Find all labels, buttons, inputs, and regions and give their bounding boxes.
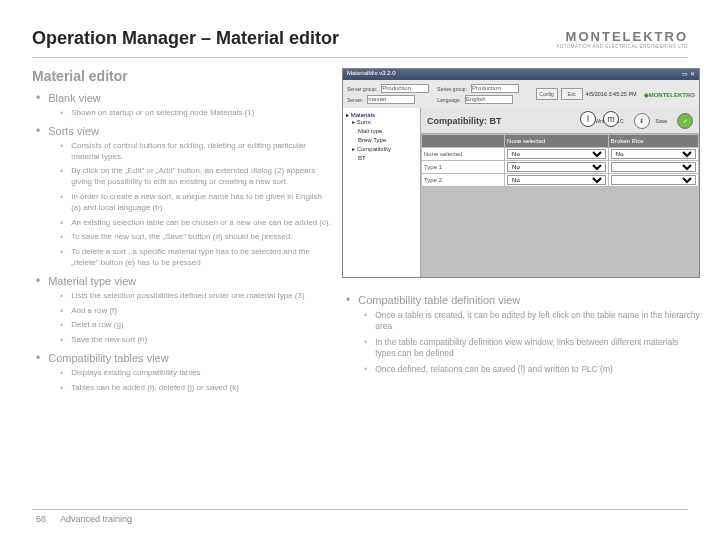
cell-select[interactable]: No <box>507 162 606 172</box>
tree-node[interactable]: BT <box>358 154 417 163</box>
footer-label: Advanced training <box>60 514 132 524</box>
list-item: Add a row (f) <box>71 306 117 317</box>
row-name: None selected <box>422 148 505 161</box>
download-icon: ⬇ <box>639 117 644 124</box>
server-label: Server: <box>347 97 363 103</box>
tree-node[interactable]: Brew Type <box>358 136 417 145</box>
group-heading: Blank view <box>48 92 101 104</box>
row-name: Type 1 <box>422 161 505 174</box>
check-icon: ✓ <box>683 117 688 124</box>
server-group-label: Server group: <box>347 86 377 92</box>
list-item: In the table compatibility definition vi… <box>375 337 700 360</box>
list-item: Displays existing compatibility tables <box>71 368 200 379</box>
callout-m: m <box>603 111 619 127</box>
col-header: None selected <box>505 135 609 148</box>
save-button[interactable]: ✓ <box>677 113 693 129</box>
list-item: Delet a row (g) <box>71 320 123 331</box>
config-button[interactable]: Config <box>536 88 558 100</box>
list-item: To delete a sort , a specific material t… <box>71 247 332 269</box>
group-heading: Compatibility tables view <box>48 352 168 364</box>
window-titlebar: MaterialMix v3.2.0 ▭ ✕ <box>343 69 699 80</box>
group-heading: Sorts view <box>48 125 99 137</box>
cell-select[interactable] <box>611 175 696 185</box>
right-column: MaterialMix v3.2.0 ▭ ✕ Server group:Prod… <box>342 68 700 498</box>
write-plc-button[interactable]: ⬇ <box>634 113 650 129</box>
right-heading: Compatibility table definition view <box>358 294 520 306</box>
top-toolbar: Server group:Production Server:master Se… <box>343 80 699 108</box>
list-item: In order to create a new sort, a unique … <box>71 192 332 214</box>
compat-heading: Compatibility: BT <box>427 116 502 126</box>
app-window: MaterialMix v3.2.0 ▭ ✕ Server group:Prod… <box>342 68 700 278</box>
empty-area <box>421 187 699 277</box>
tree-node[interactable]: ▸ Sorts <box>352 118 417 127</box>
compat-table: None selectedBroken Rice None selectedNo… <box>421 134 699 187</box>
list-item: Shown on startup or on selecting node Ma… <box>71 108 254 119</box>
cell-select[interactable] <box>611 162 696 172</box>
language-label: Language: <box>437 97 461 103</box>
list-item: Save the new sort (h) <box>71 335 147 346</box>
list-item: To save the new sort, the „Save" button … <box>71 232 292 243</box>
server-group-combo[interactable]: Production <box>381 84 429 93</box>
datetime-label: 4/5/2016 3:45:25 PM <box>586 91 637 97</box>
list-item: Tables can be added (i), deleted (j) or … <box>71 383 239 394</box>
slide-title: Operation Manager – Material editor <box>32 28 339 49</box>
language-combo[interactable]: English <box>465 95 513 104</box>
cell-select[interactable]: No <box>611 149 696 159</box>
page-number: 68 <box>36 514 46 524</box>
footer-divider <box>32 509 688 510</box>
window-controls-icon[interactable]: ▭ ✕ <box>682 70 695 79</box>
mini-logo: ◆MONTELEKTRO <box>644 91 695 98</box>
group-heading: Material type view <box>48 275 136 287</box>
section-heading: Material editor <box>32 68 332 84</box>
col-header: Broken Rice <box>608 135 698 148</box>
logo-subtext: AUTOMATION AND ELECTRICAL ENGINEERING LT… <box>556 44 688 49</box>
callout-l: l <box>580 111 596 127</box>
cell-select[interactable]: No <box>507 149 606 159</box>
tree-node[interactable]: Malt type <box>358 127 417 136</box>
series-group-label: Series group: <box>437 86 467 92</box>
list-item: By click on the „Edit" or „Add" button, … <box>71 166 332 188</box>
cell-select[interactable]: No <box>507 175 606 185</box>
list-item: Consists of control buttons for adding, … <box>71 141 332 163</box>
tree-root[interactable]: ▸ Materials <box>346 111 417 118</box>
brand-logo: MONTELEKTRO AUTOMATION AND ELECTRICAL EN… <box>556 29 688 49</box>
left-column: Material editor Blank view Shown on star… <box>32 68 332 498</box>
window-title: MaterialMix v3.2.0 <box>347 70 396 79</box>
exit-button[interactable]: Exit <box>561 88 583 100</box>
list-item: An existing selection table can be chose… <box>71 218 331 229</box>
series-group-combo[interactable]: Production <box>471 84 519 93</box>
server-combo[interactable]: master <box>367 95 415 104</box>
list-item: Once a table is created, it can be edite… <box>375 310 700 333</box>
save-label: Save <box>656 118 667 124</box>
list-item: Once defined, relations can be saved (l)… <box>375 364 613 375</box>
list-item: Lists the selection possibilities define… <box>71 291 304 302</box>
tree-node[interactable]: ▸ Compatibility <box>352 145 417 154</box>
logo-text: MONTELEKTRO <box>556 29 688 44</box>
tree-panel[interactable]: ▸ Materials ▸ Sorts Malt type Brew Type … <box>343 108 421 277</box>
row-name: Type 2 <box>422 174 505 187</box>
